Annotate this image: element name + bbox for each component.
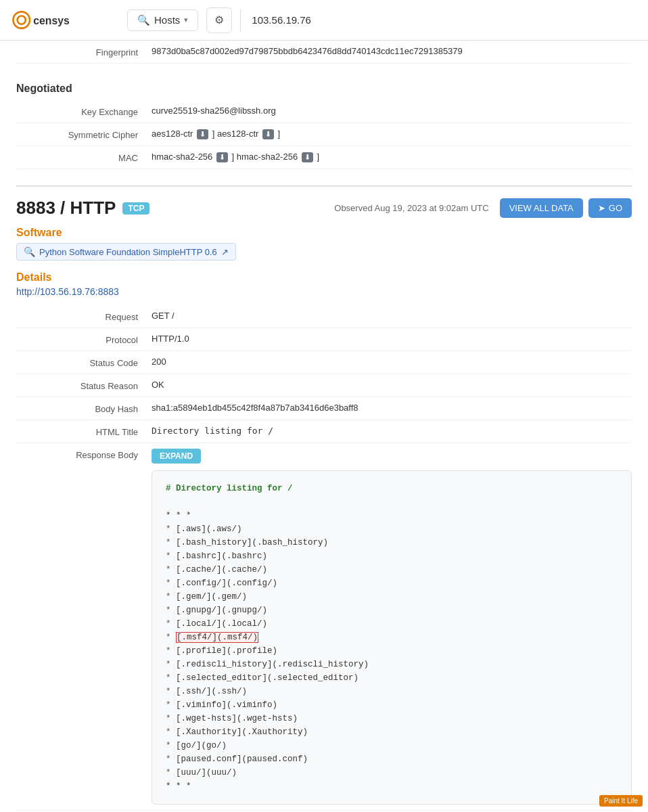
- external-link-icon[interactable]: ↗: [221, 247, 229, 257]
- fingerprint-value: 9873d0ba5c87d002ed97d79875bbdb6423476d8d…: [152, 46, 632, 56]
- software-tag: 🔍 Python Software Foundation SimpleHTTP …: [16, 243, 236, 261]
- code-item: * [.gnupg/](.gnupg/): [166, 604, 618, 617]
- protocol-label: Protocol: [16, 334, 152, 345]
- view-all-button[interactable]: VIEW ALL DATA: [500, 198, 583, 218]
- code-item: * [paused.conf](paused.conf): [166, 752, 618, 766]
- code-item: * [.viminfo](.viminfo): [166, 698, 618, 712]
- code-item: * [.profile](.profile): [166, 644, 618, 658]
- code-item: * [go/](go/): [166, 739, 618, 752]
- port-actions: VIEW ALL DATA ➤ GO: [500, 198, 632, 218]
- app-header: censys 🔍 Hosts ▾ ⚙: [0, 0, 648, 41]
- request-value: GET /: [152, 311, 632, 321]
- response-body-value: EXPAND # Directory listing for / * * * *…: [152, 449, 632, 805]
- fingerprint-label: Fingerprint: [16, 46, 152, 58]
- fingerprint-row: Fingerprint 9873d0ba5c87d002ed97d79875bb…: [16, 41, 632, 64]
- protocol-row: Protocol HTTP/1.0: [16, 328, 632, 351]
- download-icon-3[interactable]: ⬇: [216, 152, 228, 162]
- gear-icon: ⚙: [214, 14, 224, 26]
- download-icon-4[interactable]: ⬇: [302, 152, 313, 162]
- status-reason-value: OK: [152, 380, 632, 390]
- body-hash-label: Body Hash: [16, 403, 152, 414]
- port-section: 8883 / HTTP TCP Observed Aug 19, 2023 at…: [16, 185, 632, 811]
- status-code-row: Status Code 200: [16, 351, 632, 374]
- details-link[interactable]: http://103.56.19.76:8883: [16, 286, 632, 297]
- port-title: 8883 / HTTP TCP: [16, 198, 149, 219]
- stars-bottom: * * *: [166, 782, 191, 791]
- status-reason-label: Status Reason: [16, 380, 152, 391]
- code-block: # Directory listing for / * * * * [.aws]…: [152, 470, 632, 805]
- magnify-icon: 🔍: [24, 246, 35, 257]
- request-label: Request: [16, 311, 152, 322]
- details-heading: Details: [16, 271, 632, 284]
- code-header: # Directory listing for /: [166, 484, 293, 493]
- status-reason-row: Status Reason OK: [16, 374, 632, 397]
- body-hash-row: Body Hash sha1:a5894eb1db455c42f8f4a87b7…: [16, 397, 632, 420]
- main-content: Fingerprint 9873d0ba5c87d002ed97d79875bb…: [0, 41, 648, 812]
- search-input[interactable]: [240, 9, 637, 31]
- hosts-nav[interactable]: 🔍 Hosts ▾: [127, 9, 198, 31]
- negotiated-heading: Negotiated: [16, 77, 632, 97]
- code-item: * [.aws](.aws/): [166, 522, 618, 536]
- tcp-badge: TCP: [122, 202, 149, 215]
- settings-button[interactable]: ⚙: [206, 7, 232, 33]
- go-button[interactable]: ➤ GO: [588, 198, 632, 218]
- chevron-down-icon: ▾: [184, 16, 188, 24]
- code-item: * [.gem/](.gem/): [166, 590, 618, 604]
- status-code-value: 200: [152, 357, 632, 367]
- stars-top: * * *: [166, 511, 191, 520]
- port-title-text: 8883 / HTTP: [16, 198, 116, 219]
- software-name: Python Software Foundation SimpleHTTP 0.…: [39, 247, 217, 257]
- status-code-label: Status Code: [16, 357, 152, 368]
- key-exchange-value: curve25519-sha256@libssh.org: [152, 106, 632, 116]
- go-icon: ➤: [598, 203, 605, 213]
- software-label: Software: [16, 227, 236, 239]
- censys-logo: censys: [11, 7, 106, 34]
- nav-label: Hosts: [154, 14, 180, 26]
- search-icon: 🔍: [137, 14, 150, 26]
- code-item: * [.msf4/](.msf4/): [166, 631, 618, 644]
- code-item: * [.cache/](.cache/): [166, 563, 618, 577]
- html-title-label: HTML Title: [16, 426, 152, 437]
- expand-button[interactable]: EXPAND: [152, 449, 201, 464]
- code-item: * [.wget-hsts](.wget-hsts): [166, 712, 618, 725]
- code-item: * [uuu/](uuu/): [166, 766, 618, 780]
- paintit-badge: Paint It Life: [599, 795, 643, 807]
- observed-text: Observed Aug 19, 2023 at 9:02am UTC: [334, 203, 488, 213]
- response-body-label: Response Body: [16, 449, 152, 460]
- logo-area: censys: [11, 7, 106, 34]
- code-item: * [.selected_editor](.selected_editor): [166, 671, 618, 685]
- code-items: * [.aws](.aws/) * [.bash_history](.bash_…: [166, 522, 618, 780]
- mac-value: hmac-sha2-256 ⬇ ] hmac-sha2-256 ⬇ ]: [152, 152, 632, 162]
- protocol-value: HTTP/1.0: [152, 334, 632, 344]
- symmetric-cipher-row: Symmetric Cipher aes128-ctr ⬇ ] aes128-c…: [16, 123, 632, 146]
- body-hash-value: sha1:a5894eb1db455c42f8f4a87b7ab3416d6e3…: [152, 403, 632, 413]
- port-header: 8883 / HTTP TCP Observed Aug 19, 2023 at…: [16, 198, 632, 219]
- code-item: * [.bash_history](.bash_history): [166, 536, 618, 549]
- download-icon-1[interactable]: ⬇: [197, 129, 208, 139]
- html-title-row: HTML Title Directory listing for /: [16, 420, 632, 443]
- request-row: Request GET /: [16, 305, 632, 328]
- mac-row: MAC hmac-sha2-256 ⬇ ] hmac-sha2-256 ⬇ ]: [16, 146, 632, 169]
- software-section: Software 🔍 Python Software Foundation Si…: [16, 227, 632, 261]
- key-exchange-label: Key Exchange: [16, 106, 152, 117]
- symmetric-cipher-value: aes128-ctr ⬇ ] aes128-ctr ⬇ ]: [152, 129, 632, 139]
- svg-point-0: [14, 12, 30, 28]
- go-label: GO: [609, 203, 622, 213]
- html-title-value: Directory listing for /: [152, 426, 632, 436]
- code-item: * [.rediscli_history](.rediscli_history): [166, 658, 618, 671]
- code-item: * [.config/](.config/): [166, 577, 618, 590]
- response-body-row: Response Body EXPAND # Directory listing…: [16, 443, 632, 811]
- svg-text:censys: censys: [33, 14, 70, 26]
- mac-label: MAC: [16, 152, 152, 163]
- symmetric-cipher-label: Symmetric Cipher: [16, 129, 152, 140]
- svg-point-1: [18, 16, 26, 24]
- download-icon-2[interactable]: ⬇: [262, 129, 274, 139]
- key-exchange-row: Key Exchange curve25519-sha256@libssh.or…: [16, 100, 632, 123]
- code-item: * [.local/](.local/): [166, 617, 618, 631]
- code-item: * [.bashrc](.bashrc): [166, 549, 618, 563]
- code-item: * [.ssh/](.ssh/): [166, 685, 618, 698]
- code-item: * [.Xauthority](.Xauthority): [166, 725, 618, 739]
